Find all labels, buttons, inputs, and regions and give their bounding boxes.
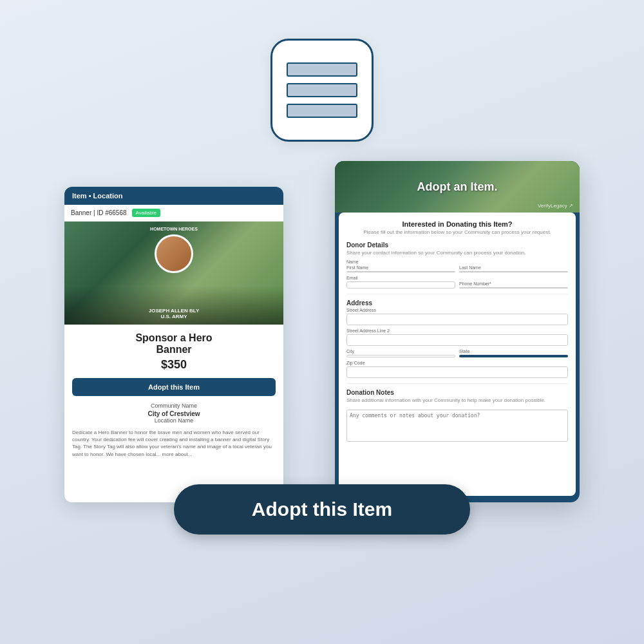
donor-details-sub: Share your contact information so your C… <box>346 250 568 256</box>
donation-notes-label: Donation Notes <box>346 389 568 396</box>
adopt-this-item-cta[interactable]: Adopt this Item <box>174 484 470 535</box>
icon-bar-2 <box>287 83 357 97</box>
form-header-title: Adopt an Item. <box>417 180 498 194</box>
city-state-row: City State <box>346 349 568 357</box>
item-listing-card: Item • Location Banner | ID #66568 Avail… <box>64 187 283 502</box>
item-description: Dedicate a Hero Banner to honor the brav… <box>72 429 276 458</box>
hero-portrait <box>155 234 193 273</box>
state-input[interactable] <box>459 355 568 357</box>
street-input[interactable] <box>346 314 568 325</box>
name-label: Name <box>346 260 568 264</box>
phone-label: Phone Number* <box>459 281 568 286</box>
first-name-group: First Name <box>346 265 455 272</box>
city-group: City <box>346 349 455 357</box>
available-badge: Available <box>132 209 160 217</box>
donor-details-label: Donor Details <box>346 242 568 249</box>
location-label: Location Name <box>72 417 276 424</box>
icon-bar-3 <box>287 104 357 118</box>
address-label: Address <box>346 299 568 307</box>
city-input[interactable] <box>346 355 455 357</box>
street-label: Street Address <box>346 308 568 312</box>
state-label: State <box>459 349 568 354</box>
first-name-input[interactable] <box>346 271 455 272</box>
donation-notes-sub: Share additional information with your C… <box>346 397 568 403</box>
email-input[interactable] <box>346 281 455 289</box>
community-label: Community Name <box>72 402 276 409</box>
zip-label: Zip Code <box>346 361 568 365</box>
zip-input[interactable] <box>346 366 568 378</box>
last-name-label: Last Name <box>459 265 568 270</box>
community-name: City of Crestview <box>72 410 276 417</box>
header-label: Item • Location <box>72 192 122 200</box>
adopt-item-button-left[interactable]: Adopt this Item <box>72 378 276 396</box>
state-group: State <box>459 349 568 357</box>
name-row: First Name Last Name <box>346 265 568 272</box>
item-id-row: Banner | ID #66568 Available <box>64 205 283 222</box>
item-price: $350 <box>72 358 276 372</box>
item-title: Sponsor a HeroBanner <box>72 332 276 355</box>
hero-name: JOSEPH ALLEN BLYU.S. ARMY <box>64 308 283 319</box>
brand-tagline: VerifyLegacy ↗ <box>538 203 573 209</box>
email-group <box>346 281 455 289</box>
first-name-label: First Name <box>346 265 455 270</box>
card-body: Sponsor a HeroBanner $350 Adopt this Ite… <box>64 325 283 466</box>
form-title: Interested in Donating this Item? <box>346 220 568 228</box>
icon-bar-1 <box>287 62 357 77</box>
phone-group: Phone Number* <box>459 281 568 289</box>
cta-label: Adopt this Item <box>252 498 392 520</box>
donation-form-card: Adopt an Item. VerifyLegacy ↗ Interested… <box>335 161 580 502</box>
email-phone-row: Phone Number* <box>346 281 568 289</box>
form-subtitle: Please fill out the information below so… <box>346 229 568 235</box>
form-area: Interested in Donating this Item? Please… <box>339 213 576 496</box>
cards-area: Item • Location Banner | ID #66568 Avail… <box>64 161 580 535</box>
street2-label: Street Address Line 2 <box>346 328 568 333</box>
phone-input[interactable] <box>459 287 568 289</box>
form-icon-widget <box>270 39 374 142</box>
divider-1 <box>346 294 568 294</box>
street2-input[interactable] <box>346 334 568 346</box>
last-name-input[interactable] <box>459 271 568 272</box>
last-name-group: Last Name <box>459 265 568 272</box>
city-label: City <box>346 349 455 354</box>
hero-banner-text: HOMETOWN HEROES <box>150 227 198 231</box>
email-label: Email <box>346 276 568 280</box>
divider-2 <box>346 383 568 384</box>
card-header: Item • Location <box>64 187 283 205</box>
item-id: Banner | ID #66568 <box>71 209 127 216</box>
form-header-image: Adopt an Item. VerifyLegacy ↗ <box>335 161 580 213</box>
donation-notes-textarea[interactable] <box>346 410 568 442</box>
hero-image: HOMETOWN HEROES JOSEPH ALLEN BLYU.S. ARM… <box>64 222 283 325</box>
